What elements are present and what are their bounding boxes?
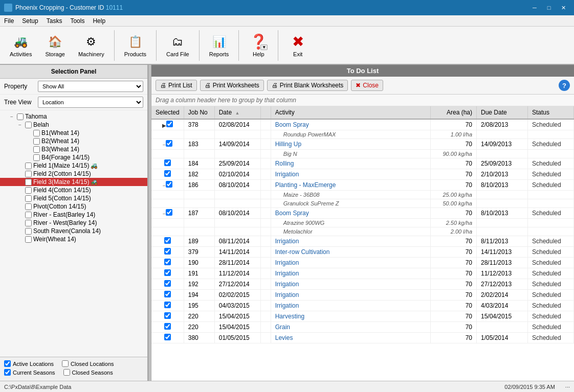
row-checkbox[interactable] <box>166 140 172 147</box>
tree-item-tahoma[interactable]: − Tahoma <box>0 112 147 121</box>
tree-checkbox-b1[interactable] <box>33 130 40 136</box>
menu-file[interactable]: File <box>0 16 18 26</box>
cell-activity[interactable]: Irrigation <box>271 236 430 247</box>
cell-selected[interactable] <box>151 236 184 247</box>
print-blank-worksheets-button[interactable]: 🖨 Print Blank Worksheets <box>267 80 348 91</box>
cell-selected[interactable] <box>151 333 184 343</box>
tree-checkbox-weir[interactable] <box>25 236 32 243</box>
active-locations-label[interactable]: Active Locations <box>4 360 54 367</box>
menu-setup[interactable]: Setup <box>18 16 42 26</box>
tree-checkbox-tahoma[interactable] <box>17 113 24 120</box>
col-header-activity[interactable]: Activity <box>271 106 430 119</box>
tree-checkbox-b4[interactable] <box>33 154 40 161</box>
window-close-button[interactable]: ✕ <box>557 3 570 13</box>
cell-selected[interactable]: − <box>151 180 184 191</box>
window-controls[interactable]: ─ □ ✕ <box>528 3 570 13</box>
tree-checkbox-rivereast[interactable] <box>25 212 32 218</box>
activity-link[interactable]: Irrigation <box>275 291 299 298</box>
closed-locations-label[interactable]: Closed Locations <box>62 360 114 367</box>
cell-activity[interactable]: Rolling <box>271 158 430 169</box>
tree-item-field3[interactable]: Field 3(Maize 14/15) 🚜 <box>0 178 147 186</box>
tree-item-southraven[interactable]: South Raven(Canola 14) <box>0 227 147 235</box>
row-checkbox[interactable] <box>166 209 172 216</box>
table-wrapper[interactable]: Selected Job No Date ▲ Activity <box>151 106 574 381</box>
row-checkbox[interactable] <box>164 323 171 330</box>
cell-selected[interactable]: − <box>151 208 184 219</box>
cell-activity[interactable]: Planting - MaxEmerge <box>271 180 430 191</box>
cell-selected[interactable] <box>151 169 184 180</box>
cell-selected[interactable] <box>151 290 184 301</box>
cell-activity[interactable]: Irrigation <box>271 279 430 290</box>
tree-item-b3[interactable]: B3(Wheat 14) <box>0 145 147 153</box>
col-header-selected[interactable]: Selected <box>151 106 184 119</box>
activity-link[interactable]: Irrigation <box>275 259 299 266</box>
tree-checkbox-field5[interactable] <box>25 195 32 202</box>
tree-checkbox-field2[interactable] <box>25 171 32 177</box>
cell-selected[interactable] <box>151 247 184 258</box>
tree-item-field2[interactable]: Field 2(Cotton 14/15) <box>0 170 147 178</box>
activity-link[interactable]: Planting - MaxEmerge <box>275 181 336 189</box>
cell-activity[interactable]: Boom Spray <box>271 119 430 130</box>
row-checkbox[interactable] <box>164 280 171 287</box>
row-checkbox[interactable] <box>164 170 171 177</box>
col-header-duedate[interactable]: Due Date <box>477 106 528 119</box>
activity-link[interactable]: Irrigation <box>275 270 299 277</box>
cell-activity[interactable]: Harvesting <box>271 311 430 322</box>
tree-item-field4[interactable]: Field 4(Cotton 14/15) <box>0 186 147 194</box>
cell-selected[interactable] <box>151 258 184 268</box>
close-button[interactable]: ✖ Close <box>351 80 383 91</box>
row-checkbox[interactable] <box>164 302 171 308</box>
toolbar-activities[interactable]: 🚜 Activities <box>4 31 37 60</box>
treeview-select[interactable]: Location Activity <box>38 97 143 108</box>
row-checkbox[interactable] <box>164 259 171 265</box>
row-checkbox[interactable] <box>164 291 171 297</box>
activity-link[interactable]: Hilling Up <box>275 141 301 148</box>
minimize-button[interactable]: ─ <box>528 3 541 13</box>
activity-link[interactable]: Grain <box>275 324 290 331</box>
cell-activity[interactable]: Irrigation <box>271 258 430 268</box>
help-circle-button[interactable]: ? <box>559 80 570 91</box>
closed-seasons-label[interactable]: Closed Seasons <box>63 369 113 376</box>
menu-help[interactable]: Help <box>89 16 109 26</box>
tree-item-riverwest[interactable]: River - West(Barley 14) <box>0 219 147 227</box>
tree-expander-belah[interactable]: − <box>16 121 24 128</box>
toolbar-storage[interactable]: 🏠 Storage <box>39 31 71 60</box>
activity-link[interactable]: Irrigation <box>275 238 299 245</box>
print-list-button[interactable]: 🖨 Print List <box>156 80 197 91</box>
cell-activity[interactable]: Irrigation <box>271 301 430 311</box>
cell-activity[interactable]: Levies <box>271 333 430 343</box>
toolbar-cardfile[interactable]: 🗂 Card File <box>161 31 195 60</box>
closed-seasons-checkbox[interactable] <box>63 369 70 376</box>
row-checkbox[interactable] <box>166 181 172 188</box>
closed-locations-checkbox[interactable] <box>62 360 69 367</box>
tree-checkbox-b2[interactable] <box>33 138 40 145</box>
col-header-date[interactable]: Date ▲ <box>214 106 260 119</box>
cell-activity[interactable]: Irrigation <box>271 290 430 301</box>
cell-selected[interactable] <box>151 158 184 169</box>
tree-item-pivot[interactable]: Pivot(Cotton 14/15) <box>0 202 147 211</box>
tree-checkbox-riverwest[interactable] <box>25 220 32 226</box>
cell-activity[interactable]: Irrigation <box>271 268 430 279</box>
tree-item-field5[interactable]: Field 5(Cotton 14/15) <box>0 194 147 202</box>
tree-item-belah[interactable]: − Belah <box>0 121 147 129</box>
tree-item-b2[interactable]: B2(Wheat 14) <box>0 137 147 145</box>
tree-expander-tahoma[interactable]: − <box>8 113 15 120</box>
activity-link[interactable]: Inter-row Cultivation <box>275 248 330 256</box>
activity-link[interactable]: Harvesting <box>275 313 304 320</box>
toolbar-help[interactable]: ❓ ▼ Help <box>243 31 274 60</box>
cell-activity[interactable]: Hilling Up <box>271 139 430 150</box>
cell-selected[interactable] <box>151 311 184 322</box>
toolbar-exit[interactable]: ✖ Exit <box>282 31 313 60</box>
cell-selected[interactable]: ▶ <box>151 119 184 130</box>
help-dropdown-arrow[interactable]: ▼ <box>260 44 268 50</box>
col-header-area[interactable]: Area (ha) <box>431 106 477 119</box>
property-select[interactable]: Show All Tahoma <box>38 81 143 92</box>
col-header-sort[interactable] <box>260 106 271 119</box>
activity-link[interactable]: Irrigation <box>275 281 299 288</box>
activity-link[interactable]: Irrigation <box>275 171 299 178</box>
row-checkbox[interactable] <box>164 237 171 244</box>
row-checkbox[interactable] <box>164 248 171 255</box>
cell-selected[interactable] <box>151 268 184 279</box>
toolbar-products[interactable]: 📋 Products <box>119 31 152 60</box>
current-seasons-label[interactable]: Current Seasons <box>4 369 55 376</box>
